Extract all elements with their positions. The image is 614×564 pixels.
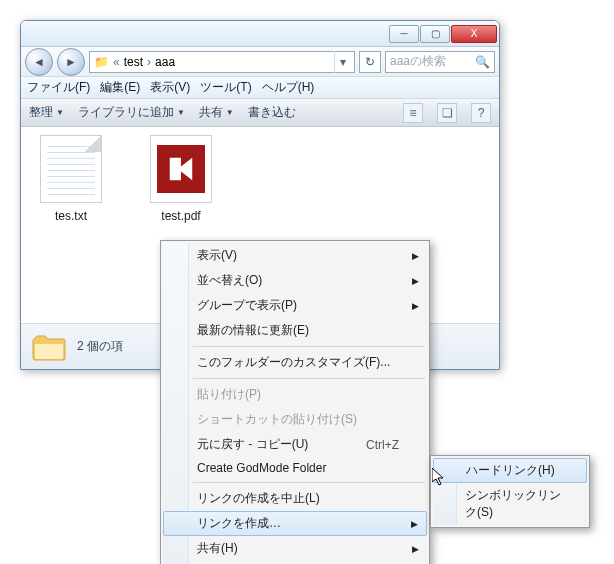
refresh-button[interactable]: ↻ bbox=[359, 51, 381, 73]
file-item[interactable]: tes.txt bbox=[31, 135, 111, 223]
help-icon[interactable]: ? bbox=[471, 103, 491, 123]
file-label: tes.txt bbox=[55, 209, 87, 223]
ctx-undo[interactable]: 元に戻す - コピー(U)Ctrl+Z bbox=[163, 432, 427, 457]
chevron-right-icon: › bbox=[147, 55, 151, 69]
ctx-cancel-link[interactable]: リンクの作成を中止(L) bbox=[163, 486, 427, 511]
context-menu: 表示(V)▶ 並べ替え(O)▶ グループで表示(P)▶ 最新の情報に更新(E) … bbox=[160, 240, 430, 564]
ctx-share[interactable]: 共有(H)▶ bbox=[163, 536, 427, 561]
back-button[interactable]: ◄ bbox=[25, 48, 53, 76]
ctx-sort[interactable]: 並べ替え(O)▶ bbox=[163, 268, 427, 293]
breadcrumb-seg[interactable]: test bbox=[124, 55, 143, 69]
share-button[interactable]: 共有▼ bbox=[199, 104, 234, 121]
pdf-file-icon bbox=[150, 135, 212, 203]
file-label: test.pdf bbox=[161, 209, 200, 223]
add-library-button[interactable]: ライブラリに追加▼ bbox=[78, 104, 185, 121]
submenu-arrow-icon: ▶ bbox=[412, 276, 419, 286]
ctx-refresh[interactable]: 最新の情報に更新(E) bbox=[163, 318, 427, 343]
status-text: 2 個の項 bbox=[77, 338, 123, 355]
submenu-arrow-icon: ▶ bbox=[411, 519, 418, 529]
separator bbox=[193, 378, 425, 379]
address-dropdown[interactable]: ▾ bbox=[334, 51, 350, 73]
titlebar: ─ ▢ X bbox=[21, 21, 499, 47]
menu-view[interactable]: 表示(V) bbox=[150, 79, 190, 96]
search-input[interactable]: aaaの検索 🔍 bbox=[385, 51, 495, 73]
command-bar: 整理▼ ライブラリに追加▼ 共有▼ 書き込む ≡ ❏ ? bbox=[21, 99, 499, 127]
submenu-arrow-icon: ▶ bbox=[412, 301, 419, 311]
minimize-button[interactable]: ─ bbox=[389, 25, 419, 43]
ctx-paste-shortcut: ショートカットの貼り付け(S) bbox=[163, 407, 427, 432]
sub-hardlink[interactable]: ハードリンク(H) bbox=[433, 458, 587, 483]
ctx-group[interactable]: グループで表示(P)▶ bbox=[163, 293, 427, 318]
separator bbox=[193, 482, 425, 483]
sub-symlink[interactable]: シンボリックリンク(S) bbox=[433, 483, 587, 525]
close-button[interactable]: X bbox=[451, 25, 497, 43]
folder-icon bbox=[31, 332, 67, 362]
ctx-paste: 貼り付け(P) bbox=[163, 382, 427, 407]
organize-button[interactable]: 整理▼ bbox=[29, 104, 64, 121]
menu-bar: ファイル(F) 編集(E) 表示(V) ツール(T) ヘルプ(H) bbox=[21, 77, 499, 99]
submenu-arrow-icon: ▶ bbox=[412, 544, 419, 554]
submenu-arrow-icon: ▶ bbox=[412, 251, 419, 261]
ctx-godmode[interactable]: Create GodMode Folder bbox=[163, 457, 427, 479]
menu-help[interactable]: ヘルプ(H) bbox=[262, 79, 315, 96]
shortcut-text: Ctrl+Z bbox=[366, 438, 399, 452]
preview-pane-icon[interactable]: ❏ bbox=[437, 103, 457, 123]
view-mode-icon[interactable]: ≡ bbox=[403, 103, 423, 123]
ctx-view[interactable]: 表示(V)▶ bbox=[163, 243, 427, 268]
burn-button[interactable]: 書き込む bbox=[248, 104, 296, 121]
menu-file[interactable]: ファイル(F) bbox=[27, 79, 90, 96]
maximize-button[interactable]: ▢ bbox=[420, 25, 450, 43]
ctx-customize[interactable]: このフォルダーのカスタマイズ(F)... bbox=[163, 350, 427, 375]
path-prefix: « bbox=[113, 55, 120, 69]
breadcrumb-seg[interactable]: aaa bbox=[155, 55, 175, 69]
menu-edit[interactable]: 編集(E) bbox=[100, 79, 140, 96]
txt-file-icon bbox=[40, 135, 102, 203]
address-bar[interactable]: 📁 « test › aaa ▾ bbox=[89, 51, 355, 73]
file-item[interactable]: test.pdf bbox=[141, 135, 221, 223]
search-placeholder: aaaの検索 bbox=[390, 53, 446, 70]
create-link-submenu: ハードリンク(H) シンボリックリンク(S) bbox=[430, 455, 590, 528]
search-icon: 🔍 bbox=[475, 55, 490, 69]
menu-tools[interactable]: ツール(T) bbox=[200, 79, 251, 96]
nav-row: ◄ ► 📁 « test › aaa ▾ ↻ aaaの検索 🔍 bbox=[21, 47, 499, 77]
forward-button[interactable]: ► bbox=[57, 48, 85, 76]
folder-icon: 📁 bbox=[94, 55, 109, 69]
ctx-create-link[interactable]: リンクを作成…▶ bbox=[163, 511, 427, 536]
separator bbox=[193, 346, 425, 347]
